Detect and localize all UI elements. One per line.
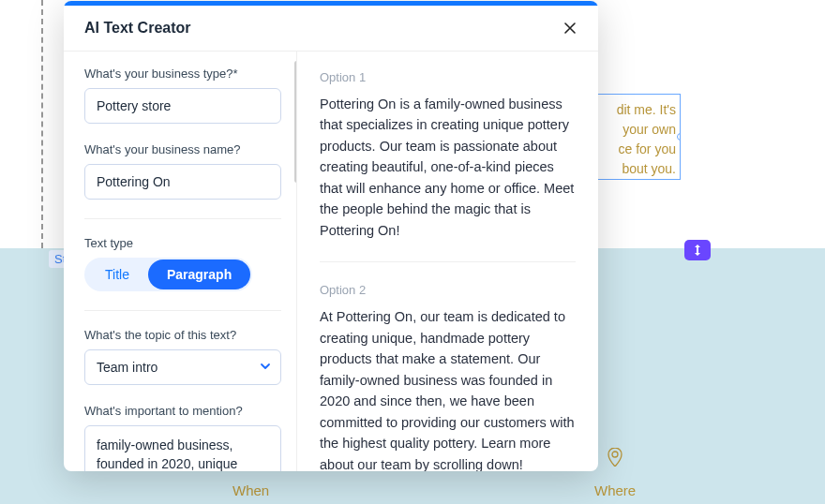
label-business-type: What's your business type?* (84, 67, 281, 81)
divider (84, 218, 281, 219)
resize-handle[interactable] (677, 133, 681, 141)
segment-paragraph[interactable]: Paragraph (148, 259, 250, 289)
divider (84, 310, 281, 311)
result-option[interactable]: Option 1 Pottering On is a family-owned … (320, 70, 576, 241)
field-business-name: What's your business name? (84, 142, 281, 200)
topic-select[interactable]: Team intro (84, 349, 281, 385)
editor-stage: St dit me. It's your own ce for you bout… (0, 0, 825, 504)
label-business-name: What's your business name? (84, 142, 281, 156)
chevron-down-icon (260, 360, 271, 375)
modal-title: AI Text Creator (84, 20, 191, 37)
close-icon (564, 22, 576, 34)
stretch-vertical-icon (692, 244, 703, 257)
scrollbar-thumb[interactable] (294, 61, 296, 183)
label-topic: What's the topic of this text? (84, 328, 281, 342)
form-panel: What's your business type?* What's your … (64, 52, 296, 471)
option-separator (320, 261, 576, 262)
option-text: Pottering On is a family-owned business … (320, 94, 576, 241)
textbox-line: ce for you (595, 140, 676, 159)
field-text-type: Text type Title Paragraph (84, 236, 281, 291)
section-heading-where: Where (594, 482, 636, 498)
business-name-input[interactable] (84, 164, 281, 200)
results-panel: Option 1 Pottering On is a family-owned … (297, 52, 598, 471)
section-heading-when: When (232, 482, 269, 498)
close-button[interactable] (561, 19, 579, 37)
option-text: At Pottering On, our team is dedicated t… (320, 306, 576, 471)
label-mention: What's important to mention? (84, 404, 281, 418)
textbox-line: dit me. It's (595, 100, 676, 120)
section-resize-handle[interactable] (684, 240, 711, 260)
field-mention: What's important to mention? (84, 404, 281, 471)
section-guide-line (41, 0, 43, 248)
selected-text-element[interactable]: dit me. It's your own ce for you bout yo… (592, 94, 681, 180)
field-topic: What's the topic of this text? Team intr… (84, 328, 281, 385)
option-label: Option 1 (320, 70, 576, 84)
field-business-type: What's your business type?* (84, 67, 281, 124)
result-option[interactable]: Option 2 At Pottering On, our team is de… (320, 283, 576, 471)
segment-title[interactable]: Title (86, 259, 148, 289)
topic-select-value: Team intro (97, 360, 158, 375)
text-type-segmented: Title Paragraph (84, 258, 252, 291)
mention-textarea[interactable] (84, 425, 281, 471)
option-label: Option 2 (320, 283, 576, 297)
modal-body: What's your business type?* What's your … (64, 52, 598, 471)
textbox-line: your own (595, 120, 676, 140)
ai-text-creator-modal: AI Text Creator What's your business typ… (64, 1, 598, 471)
modal-header: AI Text Creator (64, 6, 598, 52)
business-type-input[interactable] (84, 88, 281, 124)
label-text-type: Text type (84, 236, 281, 250)
textbox-line: bout you. (595, 159, 676, 179)
map-pin-icon (608, 448, 622, 470)
